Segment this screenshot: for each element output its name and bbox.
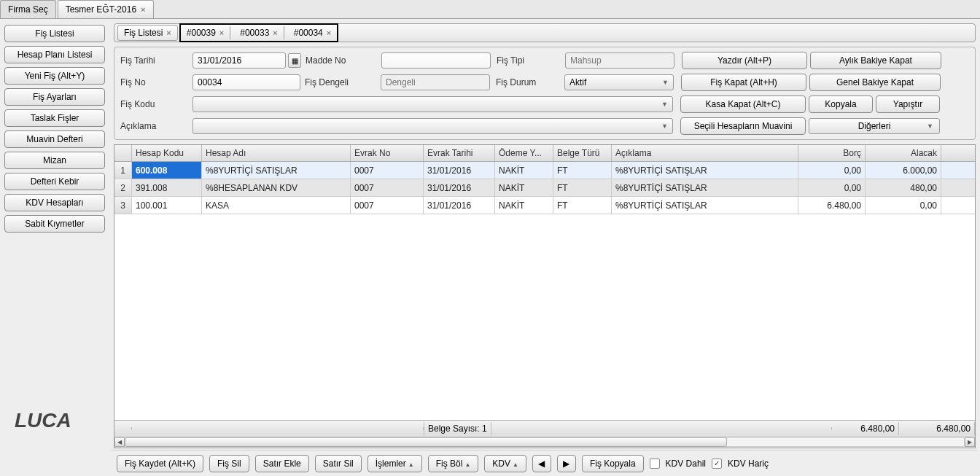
close-icon[interactable]: × [141, 5, 145, 14]
input-fis-no[interactable] [192, 74, 300, 90]
input-madde-no[interactable] [381, 52, 491, 69]
btn-fis-kapat[interactable]: Fiş Kapat (Alt+H) [681, 74, 806, 91]
label-fis-dengeli: Fiş Dengeli [305, 77, 378, 87]
btn-yazdir[interactable]: Yazdır (Alt+P) [682, 52, 807, 69]
btn-fis-kopyala[interactable]: Fiş Kopyala [582, 455, 644, 472]
close-icon[interactable]: × [219, 28, 224, 37]
sidebar-kdv[interactable]: KDV Hesapları [4, 194, 105, 211]
btn-kopyala[interactable]: Kopyala [809, 95, 873, 113]
checkbox-kdv-dahil[interactable] [650, 459, 660, 469]
table-row[interactable]: 3 100.001 KASA 0007 31/01/2016 NAKİT FT … [114, 197, 975, 214]
col-evrak-no[interactable]: Evrak No [351, 145, 424, 161]
tab-tesmer[interactable]: Tesmer EĞT-2016× [58, 0, 154, 18]
btn-fis-kaydet[interactable]: Fiş Kaydet (Alt+K) [117, 455, 203, 472]
col-belge-turu[interactable]: Belge Türü [553, 145, 612, 161]
grid-body[interactable]: 1 600.008 %8YURTİÇİ SATIŞLAR 0007 31/01/… [114, 162, 975, 420]
btn-islemler[interactable]: İşlemler▲ [368, 455, 422, 472]
table-row[interactable]: 2 391.008 %8HESAPLANAN KDV 0007 31/01/20… [114, 179, 975, 197]
close-icon[interactable]: × [166, 28, 171, 37]
inner-tab-00039[interactable]: #00039× [181, 26, 230, 39]
btn-fis-bol[interactable]: Fiş Böl▲ [428, 455, 479, 472]
sidebar-fis-listesi[interactable]: Fiş Listesi [4, 25, 105, 42]
label-madde-no: Madde No [306, 55, 378, 66]
calendar-icon[interactable]: ▦ [288, 53, 301, 68]
dropdown-fis-durum[interactable]: Aktif▼ [564, 74, 674, 90]
col-hesap-adi[interactable]: Hesap Adı [202, 145, 351, 161]
sidebar-sabit[interactable]: Sabit Kıymetler [4, 215, 105, 233]
sidebar-defteri-kebir[interactable]: Defteri Kebir [4, 173, 105, 190]
checkbox-kdv-haric[interactable]: ✓ [712, 459, 722, 469]
btn-satir-ekle[interactable]: Satır Ekle [255, 455, 309, 472]
grid-footer: Belge Sayısı: 1 6.480,00 6.480,00 [114, 420, 975, 436]
chevron-up-icon: ▲ [464, 461, 470, 468]
sidebar-taslak[interactable]: Taslak Fişler [4, 109, 105, 127]
input-fis-tipi [565, 52, 674, 69]
label-fis-tarihi: Fiş Tarihi [120, 55, 190, 66]
sidebar-mizan[interactable]: Mizan [4, 152, 105, 169]
label-aciklama: Açıklama [120, 121, 190, 131]
sidebar: Fiş Listesi Hesap Planı Listesi Yeni Fiş… [0, 19, 109, 453]
chevron-down-icon: ▼ [661, 122, 668, 130]
footer-borc-total: 6.480,00 [832, 422, 899, 435]
close-icon[interactable]: × [273, 28, 277, 37]
label-fis-durum: Fiş Durum [496, 77, 561, 87]
btn-next[interactable]: ▶ [557, 455, 576, 472]
close-icon[interactable]: × [327, 28, 331, 37]
btn-genel-bakiye-kapat[interactable]: Genel Bakiye Kapat [809, 74, 941, 91]
grid-header: Hesap Kodu Hesap Adı Evrak No Evrak Tari… [114, 145, 975, 162]
chevron-down-icon: ▼ [662, 79, 669, 86]
btn-satir-sil[interactable]: Satır Sil [315, 455, 362, 472]
btn-kdv[interactable]: KDV▲ [484, 455, 526, 472]
col-borc[interactable]: Borç [798, 145, 866, 161]
dropdown-digerleri[interactable]: Diğerleri▼ [809, 118, 940, 134]
label-fis-kodu: Fiş Kodu [120, 99, 190, 109]
dropdown-aciklama[interactable]: ▼ [192, 118, 673, 134]
bottom-toolbar: Fiş Kaydet (Alt+K) Fiş Sil Satır Ekle Sa… [111, 450, 977, 476]
col-evrak-tarihi[interactable]: Evrak Tarihi [424, 145, 495, 161]
table-row[interactable]: 1 600.008 %8YURTİÇİ SATIŞLAR 0007 31/01/… [114, 162, 975, 179]
sidebar-hesap-plani[interactable]: Hesap Planı Listesi [4, 46, 105, 63]
btn-secili-muavin[interactable]: Seçili Hesapların Muavini [680, 117, 806, 135]
btn-kasa-kapat[interactable]: Kasa Kapat (Alt+C) [680, 95, 806, 113]
chevron-down-icon: ▼ [927, 122, 933, 130]
fis-grid: Hesap Kodu Hesap Adı Evrak No Evrak Tari… [114, 144, 976, 448]
chevron-up-icon: ▲ [408, 461, 414, 468]
inner-tab-bar: Fiş Listesi× #00039× #00033× #00034× [114, 23, 976, 42]
scroll-thumb[interactable] [125, 437, 727, 447]
horizontal-scrollbar[interactable]: ◀ ▶ [114, 436, 975, 448]
top-tab-bar: Firma Seç Tesmer EĞT-2016× [0, 0, 980, 19]
sidebar-yeni-fis[interactable]: Yeni Fiş (Alt+Y) [4, 67, 105, 85]
inner-tab-00034[interactable]: #00034× [288, 26, 337, 39]
col-rownum[interactable] [114, 145, 132, 161]
col-aciklama[interactable]: Açıklama [612, 145, 798, 161]
inner-tab-fis-listesi[interactable]: Fiş Listesi× [117, 25, 178, 41]
dropdown-fis-kodu[interactable]: ▼ [192, 96, 673, 112]
tab-firma-sec[interactable]: Firma Seç [0, 0, 56, 18]
btn-aylik-bakiye-kapat[interactable]: Aylık Bakiye Kapat [810, 52, 941, 69]
col-odeme[interactable]: Ödeme Y... [495, 145, 553, 161]
inner-tab-00033[interactable]: #00033× [234, 26, 284, 39]
input-fis-dengeli [381, 74, 490, 90]
scroll-right-icon[interactable]: ▶ [965, 437, 975, 447]
sidebar-muavin[interactable]: Muavin Defteri [4, 130, 105, 148]
arrow-right-icon: ▶ [563, 459, 569, 469]
footer-belge-label: Belge Sayısı: 1 [424, 422, 491, 435]
label-kdv-haric: KDV Hariç [728, 459, 769, 469]
btn-fis-sil[interactable]: Fiş Sil [209, 455, 249, 472]
btn-prev[interactable]: ◀ [532, 455, 551, 472]
sidebar-fis-ayarlari[interactable]: Fiş Ayarları [4, 88, 105, 106]
scroll-left-icon[interactable]: ◀ [114, 437, 125, 447]
col-hesap-kodu[interactable]: Hesap Kodu [132, 145, 202, 161]
footer-alacak-total: 6.480,00 [899, 422, 975, 435]
chevron-down-icon: ▼ [661, 101, 668, 108]
input-fis-tarihi[interactable] [192, 52, 286, 69]
label-kdv-dahil: KDV Dahil [666, 459, 706, 469]
label-fis-tipi: Fiş Tipi [497, 55, 562, 66]
label-fis-no: Fiş No [120, 77, 190, 87]
chevron-up-icon: ▲ [513, 461, 518, 468]
fis-form: Fiş Tarihi ▦ Madde No Fiş Tipi Yazdır (A… [114, 47, 976, 140]
col-alacak[interactable]: Alacak [866, 145, 941, 161]
luca-logo: LUCA [4, 402, 105, 447]
inner-tab-group-focus: #00039× #00033× #00034× [179, 23, 338, 42]
btn-yapistir[interactable]: Yapıştır [876, 95, 940, 113]
